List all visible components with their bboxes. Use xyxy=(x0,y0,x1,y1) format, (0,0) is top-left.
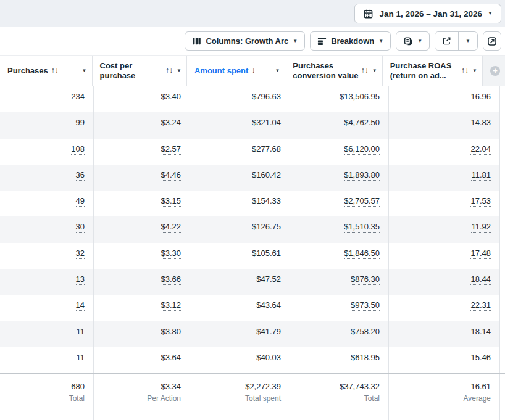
total-value[interactable]: $3.34 xyxy=(161,382,181,392)
column-header-cost-per-purchase[interactable]: Cost per purchase ↑↓ ▼ xyxy=(93,56,187,86)
metric-value[interactable]: $13,506.95 xyxy=(340,92,380,102)
metric-value[interactable]: 14 xyxy=(76,300,85,311)
column-header-purchases[interactable]: Purchases ↑↓ ▼ xyxy=(0,56,93,86)
metric-value[interactable]: 234 xyxy=(71,92,85,102)
chevron-down-icon[interactable]: ▼ xyxy=(82,68,87,73)
total-cell-purchase-roas: 16.61 Average xyxy=(389,374,500,420)
metric-value[interactable]: 11.81 xyxy=(471,170,491,181)
metric-value[interactable]: $973.50 xyxy=(351,300,380,311)
metric-value[interactable]: $4.46 xyxy=(161,170,181,181)
metric-value[interactable]: $3.66 xyxy=(161,274,181,285)
sort-both-icon[interactable]: ↑↓ xyxy=(51,66,59,75)
metric-value[interactable]: 49 xyxy=(76,196,85,207)
table-row: 11$3.64$40.03$618.9515.46 xyxy=(0,347,505,373)
column-label: Purchases xyxy=(7,66,48,75)
cell-purchase-roas: 22.04 xyxy=(389,139,500,165)
metric-value[interactable]: 22.04 xyxy=(470,144,491,155)
chevron-down-icon: ▼ xyxy=(488,11,493,16)
metric-value[interactable]: $2,705.57 xyxy=(344,196,380,207)
export-button[interactable] xyxy=(435,32,458,50)
sort-both-icon[interactable]: ↑↓ xyxy=(361,66,369,75)
view-charts-button[interactable] xyxy=(483,31,501,51)
cell-purchases: 32 xyxy=(0,243,94,269)
metric-value[interactable]: 17.48 xyxy=(470,249,491,259)
metric-value[interactable]: 11.92 xyxy=(471,222,491,233)
metric-value[interactable]: $618.95 xyxy=(351,353,380,363)
cell-purchase-roas: 18.44 xyxy=(389,269,500,295)
metric-value[interactable]: 99 xyxy=(76,118,85,128)
metric-value[interactable]: $4,762.50 xyxy=(344,118,380,128)
cell-purchases: 11 xyxy=(0,321,94,347)
table-row: 36$4.46$160.42$1,893.8011.81 xyxy=(0,165,505,191)
metric-value[interactable]: $1,846.50 xyxy=(344,249,380,259)
metric-value[interactable]: 36 xyxy=(76,170,85,181)
sort-descending-icon[interactable]: ↓ xyxy=(251,66,255,75)
metric-value[interactable]: $758.20 xyxy=(351,327,380,337)
chevron-down-icon[interactable]: ▼ xyxy=(177,68,182,73)
metric-value[interactable]: $3.12 xyxy=(161,300,181,311)
sort-both-icon[interactable]: ↑↓ xyxy=(165,66,173,75)
metric-value[interactable]: $3.24 xyxy=(161,118,181,128)
table-row: 108$2.57$277.68$6,120.0022.04 xyxy=(0,139,505,165)
metric-value[interactable]: 32 xyxy=(76,249,85,259)
export-options-button[interactable]: ▼ xyxy=(459,32,477,50)
metric-value[interactable]: 30 xyxy=(76,222,85,233)
chevron-down-icon: ▼ xyxy=(293,39,298,44)
cell-purchase-roas: 17.53 xyxy=(389,191,500,216)
add-column-button[interactable]: + xyxy=(483,56,505,86)
total-value[interactable]: $37,743.32 xyxy=(340,382,380,392)
metric-value[interactable]: 16.96 xyxy=(470,92,491,102)
scroll-gutter xyxy=(500,86,505,112)
cell-cost-per-purchase: $3.80 xyxy=(94,321,190,347)
total-value[interactable]: 680 xyxy=(71,382,85,392)
metric-value[interactable]: 13 xyxy=(76,274,85,285)
metric-value[interactable]: $4.22 xyxy=(161,222,181,233)
scroll-gutter xyxy=(500,347,505,373)
metric-value[interactable]: $6,120.00 xyxy=(344,144,380,155)
column-header-purchases-conversion-value[interactable]: Purchases conversion value ↑↓ ▼ xyxy=(285,56,382,86)
scroll-gutter xyxy=(500,191,505,216)
metric-value[interactable]: $2.57 xyxy=(161,144,181,155)
metric-value[interactable]: $876.30 xyxy=(351,274,380,285)
totals-row: 680 Total $3.34 Per Action $2,272.39 Tot… xyxy=(0,373,505,420)
metric-value[interactable]: $3.64 xyxy=(161,353,181,363)
metric-value[interactable]: $3.30 xyxy=(161,249,181,259)
date-range-picker[interactable]: Jan 1, 2026 – Jan 31, 2026 ▼ xyxy=(354,4,501,23)
metric-value[interactable]: $1,893.80 xyxy=(344,170,380,181)
metric-value: $321.04 xyxy=(252,118,281,127)
table-body: 234$3.40$796.63$13,506.9516.9699$3.24$32… xyxy=(0,86,505,373)
metric-value[interactable]: 18.14 xyxy=(470,327,491,337)
cell-purchases-conversion-value: $876.30 xyxy=(290,269,389,295)
metric-value[interactable]: 14.83 xyxy=(470,118,491,128)
cell-purchases: 14 xyxy=(0,295,94,321)
metric-value[interactable]: 17.53 xyxy=(470,196,491,207)
metric-value[interactable]: $3.80 xyxy=(161,327,181,337)
column-header-amount-spent[interactable]: Amount spent ↓ ▼ xyxy=(187,56,285,86)
metric-value[interactable]: 108 xyxy=(71,144,85,155)
cell-cost-per-purchase: $3.30 xyxy=(94,243,190,269)
total-value[interactable]: 16.61 xyxy=(470,382,491,392)
cell-purchase-roas: 16.96 xyxy=(389,86,500,112)
metric-value: $126.75 xyxy=(252,222,281,231)
columns-icon xyxy=(192,36,201,46)
metric-value[interactable]: 11 xyxy=(77,353,85,363)
reports-button[interactable]: ▼ xyxy=(396,31,430,51)
cell-purchases-conversion-value: $4,762.50 xyxy=(290,112,389,138)
metric-value[interactable]: 15.46 xyxy=(470,353,491,363)
metric-value[interactable]: $1,510.35 xyxy=(344,222,380,233)
metric-value[interactable]: $3.40 xyxy=(161,92,181,102)
metric-value[interactable]: $3.15 xyxy=(161,196,181,207)
sort-both-icon[interactable]: ↑↓ xyxy=(461,66,469,75)
breakdown-button[interactable]: Breakdown ▼ xyxy=(310,31,391,51)
metric-value[interactable]: 18.44 xyxy=(470,274,491,285)
metric-value[interactable]: 11 xyxy=(77,327,85,337)
chevron-down-icon[interactable]: ▼ xyxy=(472,68,477,73)
total-cell-purchases: 680 Total xyxy=(0,374,94,420)
chevron-down-icon[interactable]: ▼ xyxy=(275,68,280,73)
columns-preset-button[interactable]: Columns: Growth Arc ▼ xyxy=(185,31,305,51)
cell-amount-spent: $277.68 xyxy=(190,139,290,165)
ads-manager-metrics-table: Jan 1, 2026 – Jan 31, 2026 ▼ Columns: Gr… xyxy=(0,0,505,420)
column-header-purchase-roas[interactable]: Purchase ROAS (return on ad... ↑↓ ▼ xyxy=(383,56,483,86)
chevron-down-icon[interactable]: ▼ xyxy=(372,68,377,73)
metric-value[interactable]: 22.31 xyxy=(470,300,491,311)
